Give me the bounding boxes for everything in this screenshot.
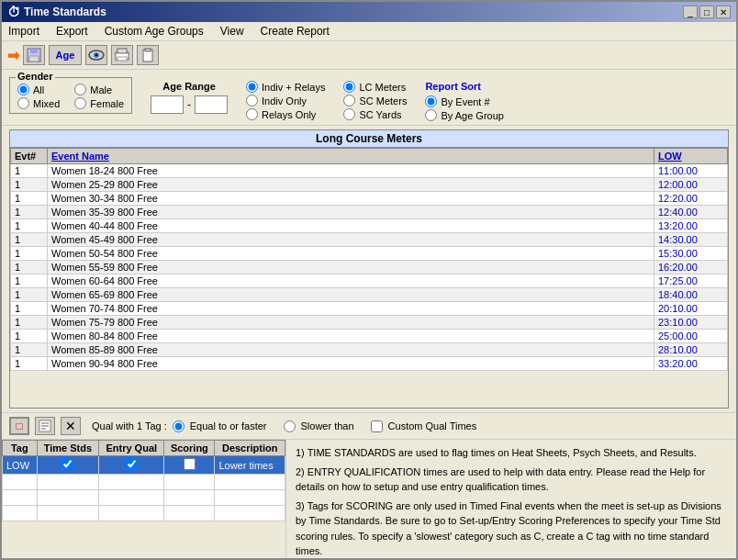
edit-tag-button[interactable] xyxy=(35,417,55,435)
relays-only-label: Relays Only xyxy=(262,109,316,120)
print-button[interactable] xyxy=(111,45,133,65)
indiv-only-label: Indiv Only xyxy=(262,95,307,106)
cell-5-0: 1 xyxy=(11,233,48,247)
age-to-input[interactable] xyxy=(195,95,228,114)
table-row[interactable]: 1Women 70-74 800 Free20:10.00 xyxy=(11,302,728,316)
bottom-section: Tag Time Stds Entry Qual Scoring Descrip… xyxy=(2,439,736,558)
entry-qual-checkbox[interactable] xyxy=(126,458,138,470)
cell-2-1: Women 30-34 800 Free xyxy=(48,192,654,206)
cell-13-1: Women 85-89 800 Free xyxy=(48,343,654,357)
table-row[interactable]: 1Women 45-49 800 Free14:30.00 xyxy=(11,233,728,247)
lc-meters-radio[interactable] xyxy=(343,81,355,93)
cell-9-1: Women 65-69 800 Free xyxy=(48,288,654,302)
col-event-name[interactable]: Event Name xyxy=(48,149,654,164)
events-table: Evt# Event Name LOW 1Women 18-24 800 Fre… xyxy=(10,148,728,371)
col-low[interactable]: LOW xyxy=(654,149,728,164)
table-row[interactable]: 1Women 55-59 800 Free16:20.00 xyxy=(11,261,728,274)
equal-faster-radio[interactable] xyxy=(173,420,184,432)
age-from-input[interactable] xyxy=(151,95,184,114)
toolbar: ➡ Age xyxy=(2,41,736,70)
menu-create-report[interactable]: Create Report xyxy=(258,24,332,39)
cell-10-2: 20:10.00 xyxy=(654,302,728,316)
table-row[interactable]: 1Women 60-64 800 Free17:25.00 xyxy=(11,274,728,288)
time-stds-checkbox[interactable] xyxy=(62,458,73,470)
scoring-cell[interactable] xyxy=(164,456,215,475)
save-button[interactable] xyxy=(23,45,45,65)
menu-custom-age-groups[interactable]: Custom Age Groups xyxy=(102,24,207,39)
col-scoring: Scoring xyxy=(164,441,215,456)
table-row[interactable]: 1Women 40-44 800 Free13:20.00 xyxy=(11,219,728,233)
cell-8-0: 1 xyxy=(11,274,48,288)
scoring-checkbox[interactable] xyxy=(184,458,196,470)
age-button[interactable]: Age xyxy=(49,45,82,65)
indiv-relays-radio[interactable] xyxy=(246,81,258,93)
cell-1-0: 1 xyxy=(11,178,48,192)
svg-rect-1 xyxy=(30,49,38,53)
cell-0-1: Women 18-24 800 Free xyxy=(48,164,654,178)
gender-female-label: Female xyxy=(90,98,124,109)
indiv-only-radio[interactable] xyxy=(246,95,258,106)
cell-5-1: Women 45-49 800 Free xyxy=(48,233,654,247)
close-button[interactable]: ✕ xyxy=(716,6,731,18)
table-title: Long Course Meters xyxy=(9,129,729,147)
qual-label: Qual with 1 Tag : xyxy=(92,420,167,431)
relays-only-radio[interactable] xyxy=(246,108,258,120)
table-body: 1Women 18-24 800 Free11:00.001Women 25-2… xyxy=(11,164,728,371)
menu-export[interactable]: Export xyxy=(53,24,91,39)
minimize-button[interactable]: _ xyxy=(683,6,698,18)
table-row[interactable]: 1Women 35-39 800 Free12:40.00 xyxy=(11,206,728,219)
table-row[interactable]: 1Women 50-54 800 Free15:30.00 xyxy=(11,247,728,261)
table-row[interactable]: 1Women 65-69 800 Free18:40.00 xyxy=(11,288,728,302)
entry-qual-cell[interactable] xyxy=(99,456,164,475)
menu-import[interactable]: Import xyxy=(6,24,42,39)
by-age-radio[interactable] xyxy=(425,109,437,121)
maximize-button[interactable]: □ xyxy=(699,6,714,18)
cell-14-1: Women 90-94 800 Free xyxy=(48,357,654,371)
slower-than-radio[interactable] xyxy=(284,420,296,432)
table-row[interactable]: 1Women 90-94 800 Free33:20.00 xyxy=(11,357,728,371)
table-row[interactable]: 1Women 85-89 800 Free28:10.00 xyxy=(11,343,728,357)
custom-qual-label: Custom Qual Times xyxy=(388,420,477,431)
relays-only-row: Relays Only xyxy=(246,108,325,120)
cell-8-2: 17:25.00 xyxy=(654,274,728,288)
lc-meters-label: LC Meters xyxy=(359,82,406,93)
table-row[interactable]: 1Women 18-24 800 Free11:00.00 xyxy=(11,164,728,178)
clipboard-button[interactable] xyxy=(137,45,159,65)
gender-female-radio[interactable] xyxy=(74,97,86,109)
gender-col2: Male Female xyxy=(74,84,124,109)
tag-row[interactable]: LOW Lower times xyxy=(3,456,285,475)
by-event-radio[interactable] xyxy=(425,95,437,107)
title-buttons[interactable]: _ □ ✕ xyxy=(683,6,731,18)
table-container[interactable]: Evt# Event Name LOW 1Women 18-24 800 Fre… xyxy=(9,147,729,409)
table-row[interactable]: 1Women 80-84 800 Free25:00.00 xyxy=(11,330,728,343)
table-row[interactable]: 1Women 75-79 800 Free23:10.00 xyxy=(11,316,728,330)
custom-qual-checkbox[interactable] xyxy=(371,420,383,432)
svg-point-5 xyxy=(95,54,98,57)
cell-4-0: 1 xyxy=(11,219,48,233)
svg-rect-7 xyxy=(117,49,127,53)
table-row[interactable]: 1Women 30-34 800 Free12:20.00 xyxy=(11,192,728,206)
age-range-area: Age Range - xyxy=(151,81,228,114)
gender-all-radio[interactable] xyxy=(17,84,29,95)
cell-6-1: Women 50-54 800 Free xyxy=(48,247,654,261)
cell-2-0: 1 xyxy=(11,192,48,206)
sc-meters-radio[interactable] xyxy=(343,95,355,106)
cell-10-1: Women 70-74 800 Free xyxy=(48,302,654,316)
menu-view[interactable]: View xyxy=(218,24,247,39)
add-tag-button[interactable]: □ xyxy=(9,417,29,435)
gender-mixed-radio[interactable] xyxy=(17,97,29,109)
table-row[interactable]: 1Women 25-29 800 Free12:00.00 xyxy=(11,178,728,192)
delete-tag-button[interactable]: ✕ xyxy=(61,417,81,435)
report-sort-group: Report Sort By Event # By Age Group xyxy=(425,81,504,121)
gender-male-radio[interactable] xyxy=(74,84,86,95)
qual-bar: □ ✕ Qual with 1 Tag : Equal to or faster… xyxy=(2,412,736,439)
sc-yards-label: SC Yards xyxy=(359,109,401,120)
eye-button[interactable] xyxy=(85,45,107,65)
cell-13-2: 28:10.00 xyxy=(654,343,728,357)
cell-5-2: 14:30.00 xyxy=(654,233,728,247)
sc-yards-radio[interactable] xyxy=(343,108,355,120)
gender-mixed-label: Mixed xyxy=(33,98,60,109)
time-stds-cell[interactable] xyxy=(37,456,99,475)
cell-4-2: 13:20.00 xyxy=(654,219,728,233)
cell-11-1: Women 75-79 800 Free xyxy=(48,316,654,330)
